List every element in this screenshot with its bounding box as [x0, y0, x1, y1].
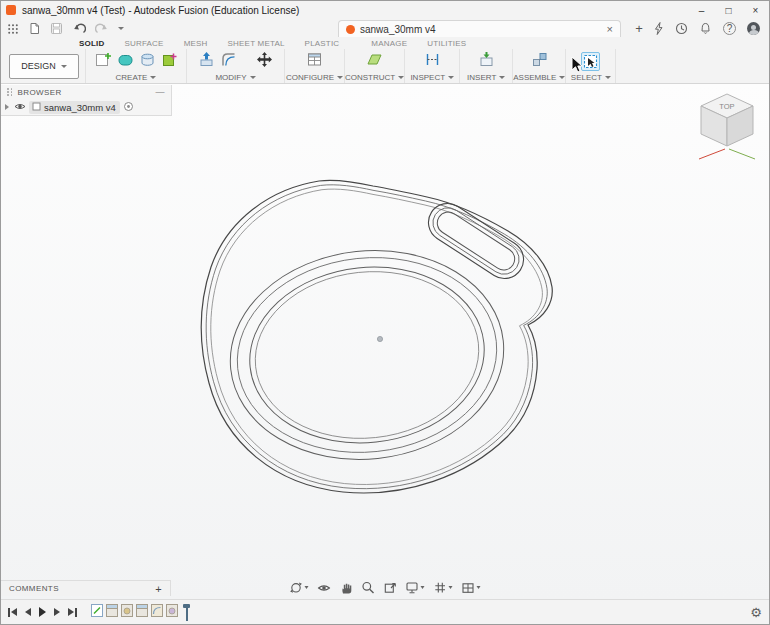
- panel-grip-icon[interactable]: [7, 88, 13, 96]
- tab-sheet-metal[interactable]: SHEET METAL: [228, 39, 285, 48]
- document-tab-label: sanwa_30mm v4: [360, 24, 436, 35]
- browser-collapse-icon[interactable]: —: [156, 88, 165, 97]
- user-avatar[interactable]: [747, 22, 760, 35]
- chevron-down-icon: [421, 586, 425, 589]
- view-cube[interactable]: TOP: [687, 88, 767, 163]
- select-group-label: SELECT: [571, 73, 602, 82]
- timeline-feature[interactable]: [106, 603, 118, 621]
- derive-icon[interactable]: [161, 51, 178, 72]
- x-axis-icon: [699, 149, 725, 159]
- tab-manage[interactable]: MANAGE: [371, 39, 407, 48]
- minimize-button[interactable]: –: [688, 1, 715, 19]
- create-group-icons: [95, 52, 178, 71]
- redo-icon[interactable]: [95, 22, 109, 35]
- create-group-label-row[interactable]: CREATE: [116, 73, 157, 82]
- inspect-group-label-row[interactable]: INSPECT: [410, 73, 454, 82]
- browser-item-selection[interactable]: sanwa_30mm v4: [29, 101, 120, 114]
- undo-icon[interactable]: [72, 22, 86, 35]
- move-copy-icon[interactable]: [256, 51, 273, 72]
- tab-plastic[interactable]: PLASTIC: [305, 39, 340, 48]
- configure-group: CONFIGURE: [285, 49, 345, 83]
- assemble-group-label-row[interactable]: ASSEMBLE: [513, 73, 565, 82]
- assemble-group-icons: [531, 52, 548, 71]
- timeline-sketch-feature[interactable]: [91, 603, 103, 621]
- create-sketch-icon[interactable]: [95, 51, 112, 72]
- view-cube-top-label[interactable]: TOP: [719, 102, 734, 111]
- chevron-down-icon: [398, 76, 404, 79]
- construct-plane-icon[interactable]: [366, 51, 383, 72]
- help-icon[interactable]: ?: [723, 22, 736, 35]
- maximize-button[interactable]: □: [715, 1, 742, 19]
- look-at-button[interactable]: [318, 583, 331, 593]
- expand-chevron-icon[interactable]: [5, 104, 9, 110]
- browser-root-item[interactable]: sanwa_30mm v4: [1, 99, 171, 115]
- skip-to-start-button[interactable]: [8, 608, 17, 617]
- construct-group-label-row[interactable]: CONSTRUCT: [345, 73, 404, 82]
- app-menu-icon[interactable]: [7, 23, 19, 35]
- timeline-feature[interactable]: [151, 603, 163, 621]
- comments-panel[interactable]: COMMENTS +: [1, 580, 171, 596]
- component-icon: [32, 102, 41, 113]
- chevron-down-icon: [448, 76, 454, 79]
- new-tab-button[interactable]: +: [632, 21, 646, 36]
- add-comment-button[interactable]: +: [155, 583, 162, 595]
- insert-group-icons: [478, 52, 495, 71]
- orbit-button[interactable]: [290, 581, 309, 594]
- tab-surface[interactable]: SURFACE: [124, 39, 163, 48]
- assemble-group: ASSEMBLE: [513, 49, 566, 83]
- select-tool-button[interactable]: [581, 52, 600, 71]
- tab-solid[interactable]: SOLID: [79, 39, 104, 48]
- document-tab-close-icon[interactable]: ×: [607, 24, 613, 35]
- insert-icon[interactable]: [478, 51, 495, 72]
- design-workspace-button[interactable]: DESIGN: [9, 54, 79, 79]
- close-button[interactable]: ×: [742, 1, 769, 19]
- viewports-button[interactable]: [462, 582, 481, 594]
- chevron-down-icon: [477, 586, 481, 589]
- construct-group: CONSTRUCT: [345, 49, 405, 83]
- timeline-settings-gear-icon[interactable]: ⚙: [750, 606, 762, 619]
- undo-dropdown-caret[interactable]: [118, 27, 124, 30]
- modify-group-label-row[interactable]: MODIFY: [215, 73, 255, 82]
- document-tab[interactable]: sanwa_30mm v4 ×: [338, 20, 621, 37]
- tab-utilities[interactable]: UTILITIES: [427, 39, 466, 48]
- press-pull-icon[interactable]: [198, 51, 215, 72]
- y-axis-icon: [729, 149, 755, 159]
- timeline-position-marker[interactable]: [183, 604, 190, 621]
- pan-button[interactable]: [340, 581, 353, 594]
- save-icon[interactable]: [50, 22, 63, 35]
- tab-mesh[interactable]: MESH: [184, 39, 208, 48]
- job-status-icon[interactable]: [675, 22, 688, 35]
- extensions-icon[interactable]: [653, 22, 664, 35]
- visibility-eye-icon[interactable]: [14, 102, 26, 113]
- browser-header[interactable]: BROWSER —: [1, 85, 171, 99]
- measure-icon[interactable]: [424, 51, 441, 72]
- modify-group-label: MODIFY: [215, 73, 246, 82]
- zoom-button[interactable]: [362, 581, 375, 594]
- grid-snaps-button[interactable]: [434, 581, 453, 594]
- chevron-down-icon: [559, 76, 565, 79]
- browser-panel: BROWSER — sanwa_30mm v4: [1, 85, 172, 116]
- fit-button[interactable]: [384, 581, 397, 594]
- assemble-icon[interactable]: [531, 51, 548, 72]
- create-form-icon[interactable]: [117, 51, 134, 72]
- timeline-bar: ⚙: [1, 599, 769, 624]
- configure-icon[interactable]: [306, 51, 323, 72]
- timeline-feature[interactable]: [136, 603, 148, 621]
- skip-to-end-button[interactable]: [68, 608, 77, 617]
- file-icon[interactable]: [28, 22, 41, 35]
- canvas-viewport[interactable]: TOP: [1, 84, 769, 599]
- step-forward-button[interactable]: [54, 608, 60, 616]
- notifications-icon[interactable]: [699, 22, 712, 35]
- timeline-feature[interactable]: [121, 603, 133, 621]
- create-primitive-icon[interactable]: [139, 51, 156, 72]
- configure-group-label-row[interactable]: CONFIGURE: [286, 73, 343, 82]
- select-group-label-row[interactable]: SELECT: [571, 73, 611, 82]
- play-button[interactable]: [39, 607, 46, 617]
- fillet-icon[interactable]: [220, 51, 237, 72]
- insert-group-label-row[interactable]: INSERT: [467, 73, 505, 82]
- activate-component-radio[interactable]: [123, 101, 134, 114]
- display-settings-button[interactable]: [406, 581, 425, 594]
- step-back-button[interactable]: [25, 608, 31, 616]
- ribbon-toolbar: DESIGN CREATE: [1, 49, 769, 84]
- timeline-feature[interactable]: [166, 603, 178, 621]
